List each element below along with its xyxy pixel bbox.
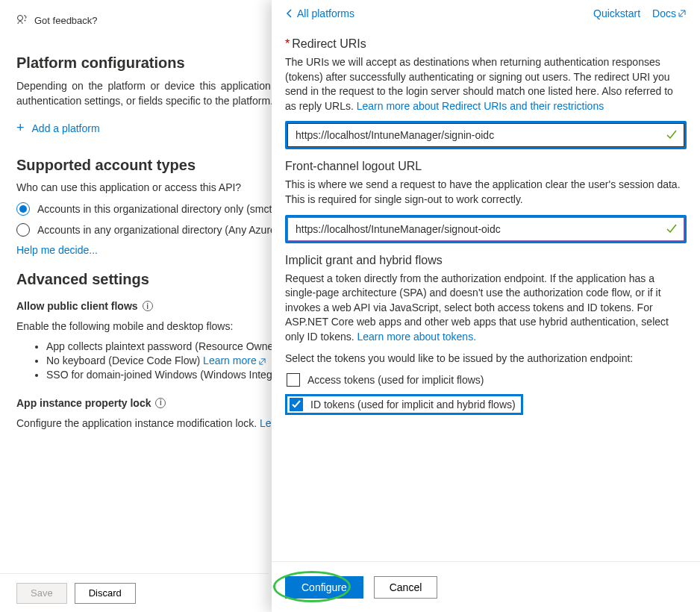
info-icon[interactable]: i: [143, 301, 153, 311]
radio-icon: [16, 223, 30, 237]
learn-tokens-link[interactable]: Learn more about tokens.: [357, 331, 477, 343]
front-channel-value: https://localhost/IntuneManager/signout-…: [288, 223, 666, 235]
docs-link[interactable]: Docs: [652, 7, 687, 19]
all-platforms-label: All platforms: [297, 7, 354, 19]
id-tokens-highlight: ID tokens (used for implicit and hybrid …: [285, 394, 523, 415]
plus-icon: +: [16, 120, 25, 136]
cancel-button[interactable]: Cancel: [374, 576, 438, 599]
svg-point-0: [18, 16, 23, 21]
front-channel-heading: Front-channel logout URL: [285, 160, 687, 173]
redirect-uri-highlight: https://localhost/IntuneManager/signin-o…: [285, 121, 687, 149]
info-icon[interactable]: i: [155, 398, 166, 408]
quickstart-link[interactable]: Quickstart: [593, 7, 640, 19]
redirect-uris-desc: The URIs we will accept as destinations …: [285, 55, 687, 113]
implicit-heading: Implicit grant and hybrid flows: [285, 254, 687, 267]
select-tokens-label: Select the tokens you would like to be i…: [285, 352, 687, 364]
front-channel-input[interactable]: https://localhost/IntuneManager/signout-…: [287, 217, 684, 241]
id-tokens-checkbox[interactable]: ID tokens (used for implicit and hybrid …: [288, 398, 517, 411]
access-tokens-checkbox[interactable]: Access tokens (used for implicit flows): [285, 373, 687, 387]
check-icon: [666, 223, 678, 235]
external-icon: [678, 9, 687, 18]
front-channel-highlight: https://localhost/IntuneManager/signout-…: [285, 215, 687, 243]
learn-more-link[interactable]: Learn more: [203, 355, 266, 366]
redirect-uri-value: https://localhost/IntuneManager/signin-o…: [288, 129, 666, 141]
feedback-icon: [16, 13, 28, 28]
svg-point-1: [25, 20, 25, 21]
implicit-desc: Request a token directly from the author…: [285, 272, 687, 345]
feedback-label: Got feedback?: [34, 15, 98, 26]
save-button[interactable]: Save: [16, 583, 67, 604]
learn-redirect-link[interactable]: Learn more about Redirect URIs and their…: [357, 100, 604, 112]
check-icon: [666, 129, 678, 141]
front-channel-desc: This is where we send a request to have …: [285, 178, 687, 207]
configure-button[interactable]: Configure: [285, 576, 363, 599]
discard-button[interactable]: Discard: [75, 583, 136, 604]
checkbox-icon: [287, 373, 300, 387]
redirect-uri-input[interactable]: https://localhost/IntuneManager/signin-o…: [287, 123, 684, 147]
add-platform-label: Add a platform: [32, 122, 100, 134]
access-tokens-label: Access tokens (used for implicit flows): [307, 374, 484, 386]
all-platforms-link[interactable]: All platforms: [285, 7, 354, 19]
id-tokens-label: ID tokens (used for implicit and hybrid …: [310, 399, 516, 410]
redirect-uris-heading: *Redirect URIs: [285, 37, 687, 51]
allow-public-label: Allow public client flows: [16, 300, 138, 312]
checkbox-checked-icon: [290, 398, 303, 411]
radio-icon-selected: [16, 202, 30, 216]
app-instance-lock-label: App instance property lock: [16, 397, 151, 409]
chevron-left-icon: [285, 9, 294, 18]
